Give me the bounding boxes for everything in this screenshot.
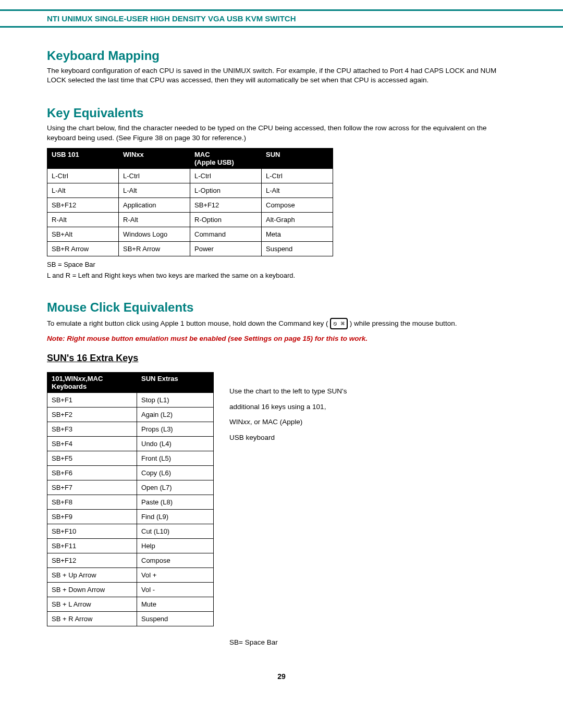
table-cell: Undo (L4) xyxy=(137,437,214,451)
table-cell: SB+F3 xyxy=(47,422,137,437)
header-title: NTI UNIMUX SINGLE-USER HIGH DENSITY VGA … xyxy=(47,14,296,23)
table-cell: SB+F1 xyxy=(47,393,137,408)
table-cell: SB + R Arrow xyxy=(47,612,137,626)
table-cell: L-Alt xyxy=(119,183,190,198)
table-cell: SB + Up Arrow xyxy=(47,568,137,583)
table-header: USB 101 xyxy=(47,148,119,168)
heading-key-equivalents: Key Equivalents xyxy=(47,106,516,120)
command-key-icon: ⎋ ⌘ xyxy=(330,318,348,329)
mouse-click-text: To emulate a right button click using Ap… xyxy=(47,318,516,329)
table-cell: SB+F4 xyxy=(47,437,137,451)
table-header: WINxx xyxy=(119,148,190,168)
table-cell: Windows Logo xyxy=(119,227,190,241)
table-cell: SB+R Arrow xyxy=(119,241,190,256)
heading-mouse-click: Mouse Click Equivalents xyxy=(47,300,516,315)
table-header: SUN xyxy=(262,148,333,168)
table-cell: L-Ctrl xyxy=(262,168,333,183)
table-cell: Vol + xyxy=(137,568,214,583)
sb-note: SB= Space Bar xyxy=(229,633,347,646)
table-cell: SB + Down Arrow xyxy=(47,583,137,597)
table-row: SB+F12ApplicationSB+F12Compose xyxy=(47,198,333,212)
table-row: SB+R ArrowSB+R ArrowPowerSuspend xyxy=(47,241,333,256)
table-cell: Alt-Graph xyxy=(262,212,333,227)
table-cell: L-Ctrl xyxy=(119,168,190,183)
table-cell: Front (L5) xyxy=(137,451,214,466)
table-row: SB+F3Props (L3) xyxy=(47,422,214,437)
table-row: SB + Down ArrowVol - xyxy=(47,583,214,597)
table-cell: Mute xyxy=(137,597,214,612)
document-header: NTI UNIMUX SINGLE-USER HIGH DENSITY VGA … xyxy=(0,9,563,28)
table-cell: SB+R Arrow xyxy=(47,241,119,256)
sun-side-text: Use the chart to the left to type SUN's … xyxy=(229,368,347,446)
table-cell: Open (L7) xyxy=(137,480,214,495)
note-emulation: Note: Right mouse button emulation must … xyxy=(47,335,516,342)
table-cell: Paste (L8) xyxy=(137,495,214,510)
table-cell: Cut (L10) xyxy=(137,524,214,539)
table-cell: SB+F2 xyxy=(47,408,137,422)
keyboard-mapping-text: The keyboard configuration of each CPU i… xyxy=(47,66,516,85)
table-row: SB+F4Undo (L4) xyxy=(47,437,214,451)
legend-sb: SB = Space Bar xyxy=(47,261,516,268)
table-row: L-CtrlL-CtrlL-CtrlL-Ctrl xyxy=(47,168,333,183)
table-cell: L-Alt xyxy=(47,183,119,198)
table-cell: SB+F10 xyxy=(47,524,137,539)
table-row: SB+F1Stop (L1) xyxy=(47,393,214,408)
table-cell: SB+F12 xyxy=(190,198,262,212)
table-header: 101,WINxx,MAC Keyboards xyxy=(47,373,137,393)
table-cell: Meta xyxy=(262,227,333,241)
table-cell: Vol - xyxy=(137,583,214,597)
table-row: SB+F11Help xyxy=(47,539,214,553)
table-cell: Help xyxy=(137,539,214,553)
table-row: SB+F9Find (L9) xyxy=(47,510,214,524)
table-cell: Compose xyxy=(262,198,333,212)
table-row: SB+F8Paste (L8) xyxy=(47,495,214,510)
table-cell: Props (L3) xyxy=(137,422,214,437)
table-row: SB+F2Again (L2) xyxy=(47,408,214,422)
table-cell: Find (L9) xyxy=(137,510,214,524)
key-equivalents-table: USB 101 WINxx MAC (Apple USB) SUN L-Ctrl… xyxy=(47,148,333,256)
table-cell: SB+F12 xyxy=(47,553,137,568)
table-cell: SB+F8 xyxy=(47,495,137,510)
table-row: L-AltL-AltL-OptionL-Alt xyxy=(47,183,333,198)
legend-lr: L and R = Left and Right keys when two k… xyxy=(47,272,516,279)
table-cell: Copy (L6) xyxy=(137,466,214,480)
table-cell: Suspend xyxy=(262,241,333,256)
table-cell: R-Alt xyxy=(119,212,190,227)
table-row: SB+F7Open (L7) xyxy=(47,480,214,495)
heading-sun-extra-keys: SUN's 16 Extra Keys xyxy=(47,353,516,364)
table-row: SB + Up ArrowVol + xyxy=(47,568,214,583)
table-cell: L-Ctrl xyxy=(190,168,262,183)
key-equivalents-text: Using the chart below, find the characte… xyxy=(47,124,516,142)
table-header: MAC (Apple USB) xyxy=(190,148,262,168)
table-cell: SB+F11 xyxy=(47,539,137,553)
table-cell: R-Option xyxy=(190,212,262,227)
table-cell: L-Option xyxy=(190,183,262,198)
table-row: SB+F12Compose xyxy=(47,553,214,568)
table-cell: SB+F6 xyxy=(47,466,137,480)
table-row: SB+F10Cut (L10) xyxy=(47,524,214,539)
table-cell: Power xyxy=(190,241,262,256)
table-row: SB + R ArrowSuspend xyxy=(47,612,214,626)
table-cell: Stop (L1) xyxy=(137,393,214,408)
table-row: SB+F5Front (L5) xyxy=(47,451,214,466)
table-cell: Command xyxy=(190,227,262,241)
table-cell: SB+F9 xyxy=(47,510,137,524)
table-cell: SB + L Arrow xyxy=(47,597,137,612)
table-cell: SB+F12 xyxy=(47,198,119,212)
table-row: SB+F6Copy (L6) xyxy=(47,466,214,480)
table-row: SB+AltWindows LogoCommandMeta xyxy=(47,227,333,241)
table-cell: R-Alt xyxy=(47,212,119,227)
table-cell: Again (L2) xyxy=(137,408,214,422)
table-row: R-AltR-AltR-OptionAlt-Graph xyxy=(47,212,333,227)
table-cell: Application xyxy=(119,198,190,212)
sun-extra-keys-table: 101,WINxx,MAC Keyboards SUN Extras SB+F1… xyxy=(47,372,214,626)
table-cell: L-Ctrl xyxy=(47,168,119,183)
table-cell: SB+F5 xyxy=(47,451,137,466)
table-cell: SB+F7 xyxy=(47,480,137,495)
page-number: 29 xyxy=(0,672,563,691)
table-cell: Suspend xyxy=(137,612,214,626)
table-row: SB + L ArrowMute xyxy=(47,597,214,612)
table-header: SUN Extras xyxy=(137,373,214,393)
table-cell: SB+Alt xyxy=(47,227,119,241)
table-cell: Compose xyxy=(137,553,214,568)
